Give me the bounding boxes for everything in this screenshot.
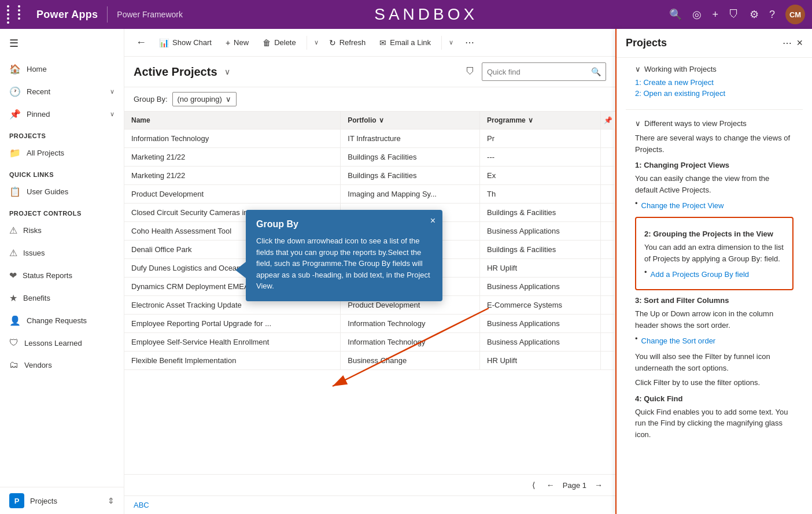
row-portfolio: Information Technology	[341, 333, 480, 352]
help-panel-close-button[interactable]: ×	[796, 37, 803, 49]
home-label: Home	[27, 65, 115, 73]
group-by-chevron-icon: ∨	[226, 95, 231, 103]
row-pin	[601, 167, 615, 185]
table-row[interactable]: Employee Self-Service Health Enrollment …	[124, 333, 615, 352]
section1-toggle[interactable]: ∨ Working with Projects	[635, 65, 793, 73]
row-programme: Business Applications	[480, 315, 601, 333]
sidebar-item-all-projects[interactable]: 📁 All Projects	[0, 142, 124, 164]
next-page-button[interactable]: →	[591, 478, 606, 492]
row-programme: E-Commerce Systems	[480, 296, 601, 315]
target-icon[interactable]: ◎	[692, 8, 702, 21]
delete-icon: 🗑	[263, 38, 271, 47]
col-portfolio-header[interactable]: Portfolio ∨	[341, 112, 480, 130]
row-portfolio: Buildings & Facilities	[341, 148, 480, 167]
nav-divider	[107, 6, 108, 23]
help-panel: Projects ⋯ × ∨ Working with Projects 1: …	[615, 29, 812, 514]
table-row[interactable]: Marketing 21/22 Buildings & Facilities -…	[124, 148, 615, 167]
sidebar-bottom[interactable]: P Projects ⇕	[0, 487, 124, 514]
sidebar-item-recent[interactable]: 🕐 Recent ∨	[0, 80, 124, 103]
row-pin	[601, 222, 615, 241]
row-programme: ---	[480, 148, 601, 167]
sidebar-item-vendors[interactable]: 🗂 Vendors	[0, 354, 124, 376]
delete-button[interactable]: 🗑 Delete	[257, 35, 302, 51]
table-row[interactable]: Flexible Benefit Implementation Business…	[124, 352, 615, 370]
help-heading-4: 4: Quick Find	[635, 394, 793, 403]
hamburger-icon[interactable]: ☰	[0, 29, 124, 58]
delete-chevron-icon[interactable]: ∨	[312, 35, 321, 50]
new-plus-icon: +	[226, 38, 230, 47]
sidebar-item-home[interactable]: 🏠 Home	[0, 58, 124, 80]
help-icon[interactable]: ?	[769, 9, 775, 21]
back-button[interactable]: ←	[131, 34, 151, 51]
search-icon[interactable]: 🔍	[669, 8, 682, 21]
section1-chevron-icon: ∨	[635, 65, 641, 73]
view-filter-icon[interactable]: ⛉	[466, 66, 475, 77]
group-by-value: (no grouping)	[178, 95, 222, 103]
group-by-select[interactable]: (no grouping) ∨	[172, 92, 237, 106]
help-heading-3: 3: Sort and Filter Columns	[635, 296, 793, 305]
email-link-button[interactable]: ✉ Email a Link	[374, 35, 437, 51]
new-label: New	[234, 38, 249, 47]
page-info: Page 1	[563, 481, 586, 490]
settings-icon[interactable]: ⚙	[750, 8, 759, 21]
row-name: Product Development	[124, 185, 341, 204]
help-link-sort-order[interactable]: Change the Sort order	[641, 336, 716, 345]
sidebar-item-issues[interactable]: ⚠ Issues	[0, 242, 124, 264]
search-button[interactable]: 🔍	[586, 67, 606, 76]
expand-icon[interactable]: ⇕	[108, 496, 115, 505]
help-bullet-2: Add a Projects Group By field	[644, 268, 784, 281]
table-row[interactable]: Information Technology IT Infrastructure…	[124, 130, 615, 148]
section2-toggle[interactable]: ∨ Different ways to view Projects	[635, 119, 793, 128]
add-icon[interactable]: +	[712, 9, 718, 21]
row-programme: Business Applications	[480, 333, 601, 352]
row-name: Information Technology	[124, 130, 341, 148]
email-chevron-icon[interactable]: ∨	[446, 35, 456, 50]
first-page-button[interactable]: ⟨	[529, 478, 538, 492]
sidebar-item-risks[interactable]: ⚠ Risks	[0, 219, 124, 242]
command-bar: ← 📊 Show Chart + New 🗑 Delete ∨ ↻ Refres…	[124, 29, 615, 57]
app-grid-icon[interactable]	[7, 5, 27, 24]
separator2	[441, 36, 442, 50]
help-text-3b: You will also see the Filter by funnel i…	[635, 351, 793, 374]
col-programme-header[interactable]: Programme ∨	[480, 112, 601, 130]
sidebar-item-status-reports[interactable]: ❤ Status Reports	[0, 264, 124, 287]
sidebar-item-change-requests[interactable]: 👤 Change Requests	[0, 309, 124, 332]
table-row[interactable]: Marketing 21/22 Buildings & Facilities E…	[124, 167, 615, 185]
filter-icon[interactable]: ⛉	[729, 9, 739, 21]
project-controls-label: Project Controls	[0, 203, 124, 219]
row-portfolio: Business Change	[341, 352, 480, 370]
sidebar-item-user-guides[interactable]: 📋 User Guides	[0, 180, 124, 203]
col-name-header[interactable]: Name	[124, 112, 341, 130]
show-chart-label: Show Chart	[172, 38, 212, 47]
table-row[interactable]: Employee Reporting Portal Upgrade for ..…	[124, 315, 615, 333]
table-row[interactable]: Product Development Imaging and Mapping …	[124, 185, 615, 204]
help-link-open-project[interactable]: 2: Open an existing Project	[635, 89, 793, 98]
refresh-button[interactable]: ↻ Refresh	[323, 35, 372, 51]
tooltip-arrow	[235, 262, 246, 278]
row-pin	[601, 148, 615, 167]
sidebar-item-pinned[interactable]: 📌 Pinned ∨	[0, 103, 124, 125]
prev-page-button[interactable]: ←	[543, 478, 558, 492]
help-panel-more-button[interactable]: ⋯	[778, 38, 796, 49]
sidebar-item-lessons-learned[interactable]: 🛡 Lessons Learned	[0, 332, 124, 354]
help-link-group-by[interactable]: Add a Projects Group By field	[651, 270, 750, 279]
search-input[interactable]	[482, 68, 586, 76]
abc-footer[interactable]: ABC	[124, 495, 615, 514]
row-programme: Th	[480, 185, 601, 204]
search-box: 🔍	[482, 62, 606, 81]
user-avatar[interactable]: CM	[785, 5, 805, 24]
sidebar-item-benefits[interactable]: ★ Benefits	[0, 287, 124, 309]
new-button[interactable]: + New	[220, 35, 254, 51]
change-requests-icon: 👤	[9, 315, 21, 326]
more-button[interactable]: ⋯	[460, 34, 479, 51]
pinned-chevron-icon: ∨	[110, 110, 115, 118]
section2-label: Different ways to view Projects	[644, 119, 747, 128]
row-pin	[601, 130, 615, 148]
help-link-create-project[interactable]: 1: Create a new Project	[635, 78, 793, 87]
show-chart-button[interactable]: 📊 Show Chart	[153, 35, 217, 51]
recent-chevron-icon: ∨	[110, 88, 115, 95]
view-title-chevron-icon[interactable]: ∨	[224, 67, 230, 76]
tooltip-close-button[interactable]: ×	[430, 216, 435, 226]
help-link-change-view[interactable]: Change the Project View	[641, 201, 724, 210]
section-divider	[626, 109, 803, 110]
